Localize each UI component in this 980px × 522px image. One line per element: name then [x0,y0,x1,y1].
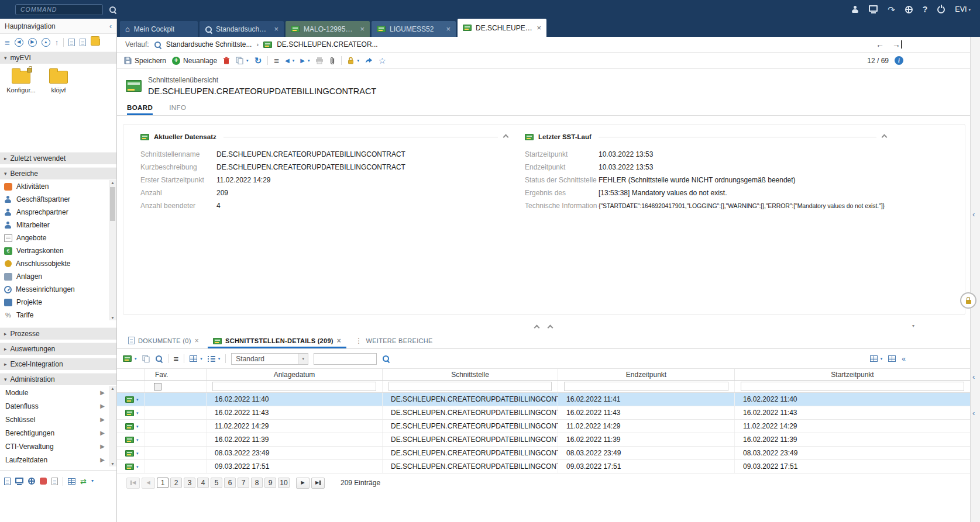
view-select[interactable]: Standard ▾ [231,353,308,365]
breadcrumb-item-2[interactable]: DE.SCHLEUPEN.CREATEOR... [277,40,377,49]
section-administration[interactable]: ▾ Administration [0,373,116,385]
new-record-button[interactable]: Neuanlage [172,57,217,65]
collapse-up-icon[interactable] [534,324,540,330]
tab-malo[interactable]: MALO-1299567890... × [286,21,370,37]
row-menu-icon[interactable]: ▾ [136,424,139,428]
filter-input-schnittstelle[interactable] [388,382,552,391]
collapse-up-icon[interactable] [548,324,553,330]
menu-icon[interactable]: ≡ [274,56,279,65]
chevron-down-icon[interactable]: ▾ [912,324,914,329]
sidebar-item-geschaeftspartner[interactable]: Geschäftspartner [0,193,116,206]
close-icon[interactable]: × [537,23,541,32]
close-icon[interactable]: × [446,25,451,33]
new-folder-icon[interactable] [91,39,100,46]
next-page-button[interactable]: ▶ [296,478,310,489]
upload-icon[interactable]: ↑ [55,39,59,46]
sidebar-item-mitarbeiter[interactable]: Mitarbeiter [0,219,116,231]
search-record-icon[interactable] [155,355,163,362]
last-page-button[interactable]: ▶ [311,478,325,489]
template-icon[interactable] [51,478,58,485]
table-settings-icon[interactable] [888,355,896,362]
section-auswertungen[interactable]: ▸ Auswertungen [0,343,116,355]
globe-icon[interactable] [905,6,913,13]
page-button-8[interactable]: 8 [251,478,263,488]
info-icon[interactable] [895,56,903,65]
scroll-up-icon[interactable]: ▲ [109,386,116,390]
user-icon[interactable] [851,6,859,13]
filter-input-endzeitpunkt[interactable] [564,382,728,391]
page-button-9[interactable]: 9 [264,478,276,488]
admin-item-schluessel[interactable]: Schlüssel▶ [0,413,116,426]
copy-button[interactable]: ▾ [236,57,249,64]
sidebar-item-projekte[interactable]: Projekte [0,296,116,309]
report-icon[interactable] [4,478,11,485]
monitor-icon[interactable] [869,5,878,12]
row-menu-icon[interactable]: ▾ [136,451,139,455]
page-button-1[interactable]: 1 [157,478,169,488]
lock-button[interactable]: ▾ [348,57,359,64]
filter-table-button[interactable]: ▾ [870,355,883,362]
table-search-input[interactable] [314,353,377,365]
header-cell-endzeitpunkt[interactable]: Endzeitpunkt [558,369,734,380]
next-record-button[interactable]: ▶ ▾ [300,58,310,64]
prev-page-button[interactable]: ◀ [142,478,155,489]
page-button-2[interactable]: 2 [170,478,182,488]
table-row[interactable]: ▾ 16.02.2022 11:43 DE.SCHLEUPEN.CREATEOR… [117,406,970,420]
new-detail-button[interactable]: ▾ [123,355,137,362]
grid-view-button[interactable]: ▾ [190,355,202,362]
record-lock-badge[interactable] [960,292,976,309]
fav-checkbox[interactable] [154,383,161,390]
favorite-icon[interactable]: ☆ [379,57,386,65]
chevron-up-icon[interactable] [882,134,888,140]
page-button-3[interactable]: 3 [184,478,195,488]
admin-item-module[interactable]: Module▶ [0,386,116,399]
table-row[interactable]: ▾ 11.02.2022 14:29 DE.SCHLEUPEN.CREATEOR… [117,420,970,433]
tab-schnittstellen-details[interactable]: SCHNITTSTELLEN-DETAILS (209) × [208,337,346,348]
chevron-down-icon[interactable]: ▾ [91,479,94,483]
refresh-icon[interactable]: ↻ [255,56,262,65]
chevron-up-icon[interactable] [503,134,509,140]
nav-forward-icon[interactable]: ▶ [28,38,37,47]
tab-ligumess[interactable]: LIGUMESS52 × [372,21,456,37]
sidebar-item-ansprechpartner[interactable]: Ansprechpartner [0,206,116,219]
sidebar-item-vertragskonten[interactable]: €Vertragskonten [0,244,116,257]
tab-standardsuche[interactable]: Standardsuche Anl... × [200,21,284,37]
menu-icon[interactable]: ≡ [5,38,10,47]
user-menu[interactable]: EVI ▾ [955,5,971,13]
section-bereiche[interactable]: ▾ Bereiche [0,167,116,179]
admin-item-laufzeitdaten[interactable]: Laufzeitdaten▶ [0,453,116,466]
close-icon[interactable]: × [274,25,278,33]
panel-splitter[interactable]: ▾ [117,321,970,334]
table-row[interactable]: ▾ 09.03.2022 17:51 DE.SCHLEUPEN.CREATEOR… [117,460,970,473]
row-menu-icon[interactable]: ▾ [136,411,139,415]
tab-mein-cockpit[interactable]: ⌂ Mein Cockpit [120,21,198,37]
expand-panel-icon[interactable]: ‹ [972,409,975,417]
tab-info[interactable]: INFO [169,104,186,115]
help-icon[interactable]: ? [923,5,928,14]
close-icon[interactable]: × [337,337,341,344]
hotkey-icon[interactable] [40,478,47,485]
header-cell-fav[interactable]: Fav. [144,369,206,380]
breadcrumb-item-1[interactable]: Standardsuche Schnittste... [166,40,252,49]
filter-input-startzeitpunkt[interactable] [741,382,964,391]
list-view-button[interactable]: ▾ [208,355,221,362]
pages-icon[interactable] [80,39,86,46]
admin-item-datenfluss[interactable]: Datenfluss▶ [0,399,116,413]
folder-konfiguration[interactable]: Konfigur... [5,71,37,94]
expand-panel-icon[interactable]: ‹ [972,210,975,218]
header-cell-anlagedatum[interactable]: Anlagedatum [206,369,382,380]
command-box[interactable] [15,4,103,15]
attachment-icon[interactable] [329,57,335,65]
print-icon[interactable] [315,57,324,64]
tab-weitere-bereiche[interactable]: ⋮ WEITERE BEREICHE [350,337,438,348]
first-page-button[interactable]: ◀ [126,478,140,489]
close-icon[interactable]: × [195,337,199,344]
search-icon[interactable] [109,6,116,13]
filter-input-anlagedatum[interactable] [212,382,376,391]
history-back-icon[interactable]: ← [876,40,884,49]
web-icon[interactable] [28,478,35,485]
table-row[interactable]: ▾ 08.03.2022 23:49 DE.SCHLEUPEN.CREATEOR… [117,447,970,460]
admin-scrollbar[interactable]: ▲ ▼ [109,386,116,466]
collapse-sidebar-icon[interactable]: ‹ [109,23,112,30]
bereiche-scrollbar[interactable]: ▲ ▼ [109,180,116,320]
